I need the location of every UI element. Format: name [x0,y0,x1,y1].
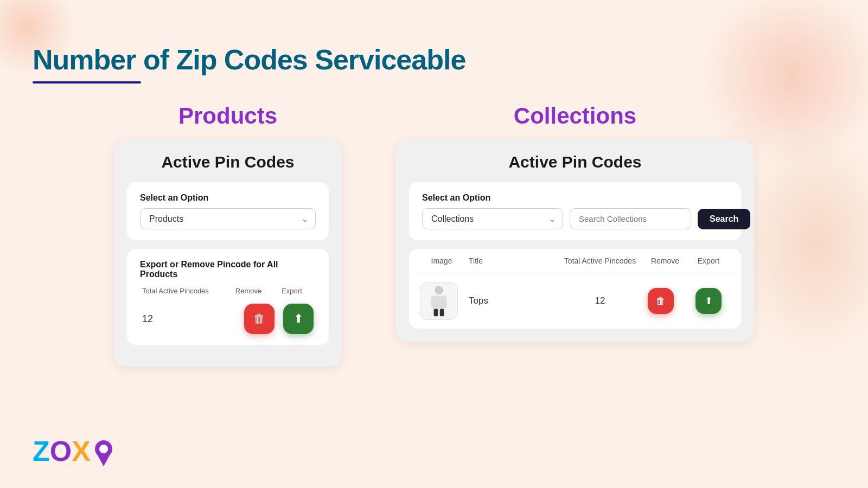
products-remove-button[interactable]: 🗑 [244,304,275,334]
collections-section: Collections Active Pin Codes Select an O… [396,103,754,367]
svg-marker-8 [97,454,110,466]
product-image [420,282,458,320]
collections-select-wrapper: Products Collections ⌄ [422,208,563,229]
upload-icon-2: ⬆ [705,296,713,306]
products-export-title: Export or Remove Pincode for All Product… [140,260,316,279]
svg-rect-3 [440,309,444,317]
trash-icon-2: 🗑 [656,296,666,306]
svg-rect-2 [434,309,438,317]
collections-card-title: Active Pin Codes [409,153,741,171]
collections-select[interactable]: Products Collections [422,208,563,229]
col-image-header: Image [420,256,463,265]
collections-card: Active Pin Codes Select an Option Produc… [396,140,754,342]
collections-search-button[interactable]: Search [698,209,750,229]
collections-select-label: Select an Option [422,193,728,203]
col-remove-cell: 🗑 [643,288,687,314]
logo-x: X [72,435,91,467]
page-title-section: Number of Zip Codes Serviceable [33,43,465,84]
collections-table-header: Image Title Total Active Pincodes Remove… [409,249,741,273]
product-figure-icon [425,285,452,317]
page-title-underline [33,81,141,84]
col-remove-h-header: Remove [643,256,687,265]
products-select-panel: Select an Option Products Collections ⌄ [127,182,329,240]
products-select-wrapper: Products Collections ⌄ [140,208,316,229]
collections-top-panel: Select an Option Products Collections ⌄ … [409,182,741,240]
logo-z: Z [33,435,50,467]
trash-icon: 🗑 [253,313,265,325]
products-card: Active Pin Codes Select an Option Produc… [114,140,342,367]
products-heading: Products [114,103,342,129]
col-remove-header: Remove [227,287,270,295]
products-section: Products Active Pin Codes Select an Opti… [114,103,342,367]
col-export-header: Export [270,287,314,295]
logo-o: O [50,435,72,467]
products-data-row: 12 🗑 ⬆ [140,304,316,334]
collections-controls: Products Collections ⌄ Search [422,208,728,229]
col-image-cell [420,282,463,320]
col-title-cell: Tops [463,296,557,306]
svg-point-7 [99,445,108,453]
svg-point-0 [435,286,443,294]
col-title-header: Title [463,256,557,265]
collections-search-input[interactable] [570,208,691,229]
collections-export-button[interactable]: ⬆ [695,288,722,314]
col-pincodes-cell: 12 [557,296,643,306]
col-total-pincodes-header: Total Active Pincodes [142,287,227,295]
collections-heading: Collections [396,103,754,129]
svg-rect-4 [431,297,435,307]
logo: ZOX [33,436,113,466]
page-title: Number of Zip Codes Serviceable [33,43,465,76]
col-export-h-header: Export [687,256,730,265]
svg-rect-5 [443,297,447,307]
main-content: Products Active Pin Codes Select an Opti… [0,103,868,367]
col-export-cell: ⬆ [687,288,730,314]
products-card-title: Active Pin Codes [127,153,329,171]
products-export-panel: Export or Remove Pincode for All Product… [127,249,329,345]
product-image-placeholder [420,282,457,319]
products-export-button[interactable]: ⬆ [283,304,314,334]
logo-pin-icon [94,438,113,466]
collections-table: Image Title Total Active Pincodes Remove… [409,249,741,329]
products-select-label: Select an Option [140,193,316,203]
upload-icon: ⬆ [293,313,303,325]
table-row: Tops 12 🗑 ⬆ [409,273,741,329]
products-table-header: Total Active Pincodes Remove Export [140,287,316,295]
products-pincodes-count: 12 [142,313,244,325]
logo-container: ZOX [33,437,91,465]
collections-remove-button[interactable]: 🗑 [648,288,674,314]
products-select[interactable]: Products Collections [140,208,316,229]
col-total-active-header: Total Active Pincodes [557,256,643,265]
